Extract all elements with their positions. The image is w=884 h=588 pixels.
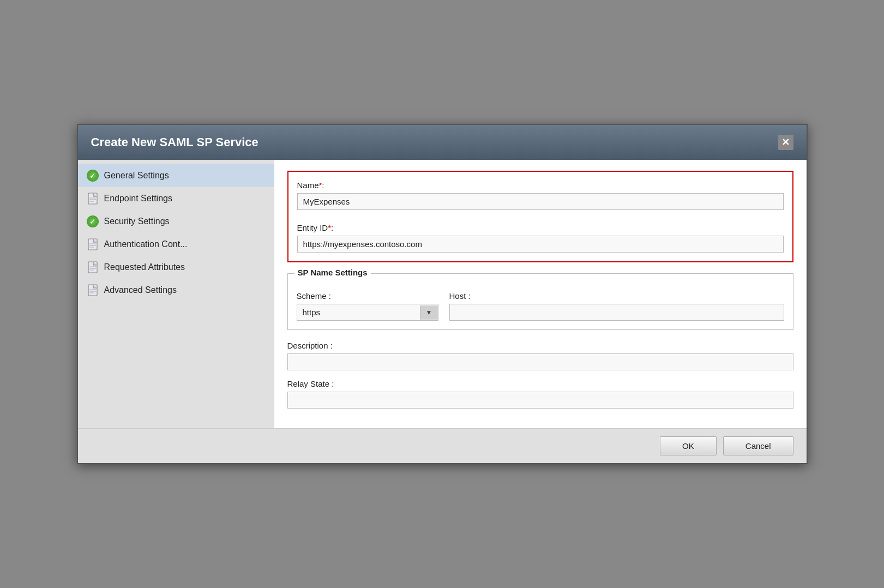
svg-rect-12 bbox=[88, 285, 97, 296]
entity-id-label: Entity ID*: bbox=[297, 223, 784, 232]
sidebar-item-authentication-cont[interactable]: Authentication Cont... bbox=[78, 233, 274, 256]
svg-rect-4 bbox=[88, 239, 97, 250]
scheme-select-wrap[interactable]: https http ▼ bbox=[297, 304, 438, 321]
green-check-icon: ✓ bbox=[87, 170, 99, 182]
name-input[interactable] bbox=[297, 193, 784, 210]
relay-state-section: Relay State : bbox=[287, 379, 793, 409]
description-input[interactable] bbox=[287, 353, 793, 370]
description-label: Description : bbox=[287, 341, 793, 350]
scheme-label: Scheme : bbox=[297, 291, 438, 301]
sidebar-item-requested-attributes[interactable]: Requested Attributes bbox=[78, 256, 274, 279]
sidebar-item-label: Requested Attributes bbox=[104, 262, 185, 272]
host-input[interactable] bbox=[449, 304, 784, 321]
main-content: Name*: Entity ID*: SP Name Settings Sche… bbox=[274, 160, 807, 428]
dialog-body: ✓ General Settings Endpoint Settings bbox=[78, 160, 807, 428]
entity-id-input[interactable] bbox=[297, 236, 784, 253]
host-label: Host : bbox=[449, 291, 784, 301]
sidebar-item-label: Security Settings bbox=[104, 217, 170, 226]
page-icon bbox=[87, 193, 99, 205]
sp-name-settings-legend: SP Name Settings bbox=[294, 268, 371, 277]
dialog-title: Create New SAML SP Service bbox=[91, 135, 258, 149]
sidebar-item-general-settings[interactable]: ✓ General Settings bbox=[78, 164, 274, 187]
ok-button[interactable]: OK bbox=[660, 436, 717, 455]
chevron-down-icon: ▼ bbox=[420, 305, 438, 320]
sidebar-item-label: Authentication Cont... bbox=[104, 239, 188, 249]
cancel-button[interactable]: Cancel bbox=[723, 436, 793, 455]
green-check-icon: ✓ bbox=[87, 215, 99, 227]
sidebar-item-advanced-settings[interactable]: Advanced Settings bbox=[78, 279, 274, 302]
sidebar-item-label: General Settings bbox=[104, 171, 169, 181]
sidebar-item-label: Advanced Settings bbox=[104, 285, 177, 295]
sidebar-item-security-settings[interactable]: ✓ Security Settings bbox=[78, 210, 274, 233]
sidebar: ✓ General Settings Endpoint Settings bbox=[78, 160, 274, 428]
dialog-footer: OK Cancel bbox=[78, 428, 807, 463]
page-icon bbox=[87, 238, 99, 250]
sp-name-settings-section: SP Name Settings Scheme : https http ▼ bbox=[287, 273, 793, 330]
scheme-column: Scheme : https http ▼ bbox=[297, 291, 438, 321]
scheme-select[interactable]: https http bbox=[297, 304, 420, 320]
sidebar-item-endpoint-settings[interactable]: Endpoint Settings bbox=[78, 187, 274, 210]
relay-state-input[interactable] bbox=[287, 392, 793, 409]
name-entity-highlight-box: Name*: Entity ID*: bbox=[287, 171, 793, 262]
svg-rect-8 bbox=[88, 262, 97, 273]
sidebar-item-label: Endpoint Settings bbox=[104, 194, 172, 203]
page-icon bbox=[87, 284, 99, 296]
name-label: Name*: bbox=[297, 181, 784, 190]
host-column: Host : bbox=[449, 291, 784, 321]
dialog-header: Create New SAML SP Service ✕ bbox=[78, 125, 807, 160]
page-icon bbox=[87, 261, 99, 273]
relay-state-label: Relay State : bbox=[287, 379, 793, 388]
close-button[interactable]: ✕ bbox=[778, 135, 793, 150]
description-section: Description : bbox=[287, 341, 793, 370]
svg-rect-0 bbox=[88, 193, 97, 204]
dialog: Create New SAML SP Service ✕ ✓ General S… bbox=[77, 124, 808, 464]
